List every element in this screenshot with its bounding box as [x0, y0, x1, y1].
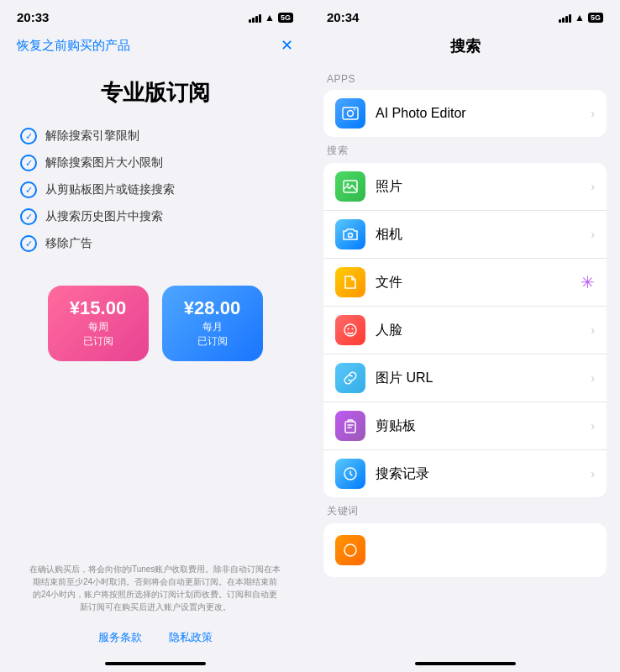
photos-label: 照片 [376, 178, 581, 196]
list-item-face[interactable]: 人脸 › [323, 307, 607, 354]
url-chevron-icon: › [591, 371, 595, 385]
history-label: 搜索记录 [376, 465, 581, 483]
feature-item-1: ✓ 解除搜索引擎限制 [20, 128, 290, 144]
keyword-section-label: 关键词 [327, 504, 603, 518]
price-status-2: 已订阅 [197, 334, 228, 349]
app-chevron-icon: › [591, 107, 595, 120]
price-card-weekly[interactable]: ¥15.00 每周 已订阅 [48, 286, 149, 361]
feature-text-2: 解除搜索图片大小限制 [45, 155, 163, 171]
right-5g-badge: 5G [588, 13, 603, 23]
price-period-2: 每月 [202, 320, 223, 334]
apps-section-label: APPS [327, 73, 603, 85]
face-label: 人脸 [376, 322, 581, 339]
svg-point-1 [348, 111, 354, 117]
close-icon[interactable]: ✕ [281, 36, 293, 55]
keyword-list-card [323, 523, 607, 577]
svg-point-2 [354, 109, 355, 111]
url-icon [335, 363, 365, 393]
right-status-icons: ▲ 5G [559, 12, 603, 24]
privacy-link[interactable]: 隐私政策 [169, 630, 213, 645]
home-indicator-left [105, 662, 206, 665]
feature-item-2: ✓ 解除搜索图片大小限制 [20, 155, 290, 171]
feature-text-3: 从剪贴板图片或链接搜索 [45, 182, 175, 197]
photos-icon [335, 171, 365, 202]
search-header: 搜索 [310, 29, 620, 66]
search-list-card: 照片 › 相机 › [323, 163, 607, 497]
list-item-history[interactable]: 搜索记录 › [323, 450, 607, 497]
app-item-label: AI Photo Editor [376, 106, 581, 121]
features-list: ✓ 解除搜索引擎限制 ✓ 解除搜索图片大小限制 ✓ 从剪贴板图片或链接搜索 ✓ … [20, 128, 290, 262]
list-item-url[interactable]: 图片 URL › [323, 354, 607, 402]
wifi-icon: ▲ [265, 12, 275, 24]
right-time: 20:34 [327, 10, 359, 24]
app-item-ai-photo[interactable]: AI Photo Editor › [323, 90, 607, 137]
home-indicator-right [415, 662, 516, 665]
right-panel: 20:34 ▲ 5G 搜索 APPS [310, 0, 620, 672]
feature-text-5: 移除广告 [45, 236, 92, 251]
left-panel: 20:33 ▲ 5G 恢复之前购买的产品 ✕ 专业版订阅 ✓ 解除搜索引擎限制 … [0, 0, 310, 672]
search-title: 搜索 [450, 38, 481, 55]
price-amount-1: ¥15.00 [70, 298, 126, 318]
apps-list-card: AI Photo Editor › [323, 90, 607, 137]
signal-bars-icon [249, 13, 261, 23]
url-label: 图片 URL [376, 370, 581, 387]
price-status-1: 已订阅 [83, 334, 113, 349]
photos-chevron-icon: › [591, 180, 595, 193]
list-item-clipboard[interactable]: 剪贴板 › [323, 402, 607, 450]
left-status-icons: ▲ 5G [249, 12, 293, 24]
face-icon [335, 315, 365, 345]
left-time: 20:33 [17, 10, 49, 24]
left-content: 专业版订阅 ✓ 解除搜索引擎限制 ✓ 解除搜索图片大小限制 ✓ 从剪贴板图片或链… [0, 61, 310, 623]
camera-chevron-icon: › [591, 228, 595, 241]
left-status-bar: 20:33 ▲ 5G [0, 0, 310, 29]
svg-point-8 [352, 328, 354, 330]
clipboard-icon [335, 411, 365, 441]
camera-label: 相机 [376, 226, 581, 244]
left-nav: 恢复之前购买的产品 ✕ [0, 29, 310, 61]
ai-photo-icon [335, 98, 365, 129]
keyword-item[interactable] [323, 523, 607, 577]
svg-rect-0 [343, 108, 358, 119]
files-badge-icon: ✳ [581, 272, 595, 292]
check-icon-1: ✓ [20, 128, 37, 144]
list-item-photos[interactable]: 照片 › [323, 163, 607, 211]
face-chevron-icon: › [591, 323, 595, 337]
price-card-monthly[interactable]: ¥28.00 每月 已订阅 [162, 286, 263, 361]
price-period-1: 每周 [88, 320, 108, 334]
page-title: 专业版订阅 [101, 78, 210, 108]
history-icon [335, 459, 365, 489]
pricing-row: ¥15.00 每周 已订阅 ¥28.00 每月 已订阅 [48, 286, 263, 361]
feature-item-3: ✓ 从剪贴板图片或链接搜索 [20, 181, 290, 198]
svg-point-4 [347, 183, 349, 186]
svg-point-7 [348, 328, 349, 330]
files-icon [335, 267, 365, 297]
list-item-camera[interactable]: 相机 › [323, 211, 607, 259]
feature-text-1: 解除搜索引擎限制 [45, 129, 139, 144]
disclaimer-text: 在确认购买后，将会向你的iTunes账户收取费用。除非自动订阅在本期结束前至少2… [20, 563, 290, 613]
right-signal-bars-icon [559, 13, 571, 23]
search-content: APPS AI Photo Editor › 搜索 [310, 66, 620, 655]
camera-icon [335, 219, 365, 249]
files-label: 文件 [376, 274, 570, 291]
list-item-files[interactable]: 文件 ✳ [323, 259, 607, 307]
keyword-icon [335, 535, 365, 565]
right-status-bar: 20:34 ▲ 5G [310, 0, 620, 29]
terms-link[interactable]: 服务条款 [98, 630, 142, 645]
feature-item-4: ✓ 从搜索历史图片中搜索 [20, 208, 290, 225]
check-icon-2: ✓ [20, 155, 37, 171]
check-icon-4: ✓ [20, 208, 37, 225]
svg-point-6 [344, 324, 356, 336]
history-chevron-icon: › [591, 467, 595, 480]
clipboard-label: 剪贴板 [376, 417, 581, 435]
back-link[interactable]: 恢复之前购买的产品 [17, 38, 130, 54]
check-icon-5: ✓ [20, 235, 37, 252]
feature-item-5: ✓ 移除广告 [20, 235, 290, 252]
svg-point-13 [344, 544, 356, 556]
right-wifi-icon: ▲ [575, 12, 585, 24]
5g-badge: 5G [278, 13, 293, 23]
feature-text-4: 从搜索历史图片中搜索 [45, 209, 163, 224]
clipboard-chevron-icon: › [591, 419, 595, 433]
left-footer: 服务条款 隐私政策 [0, 623, 310, 659]
check-icon-3: ✓ [20, 181, 37, 198]
search-section-label: 搜索 [327, 144, 603, 158]
